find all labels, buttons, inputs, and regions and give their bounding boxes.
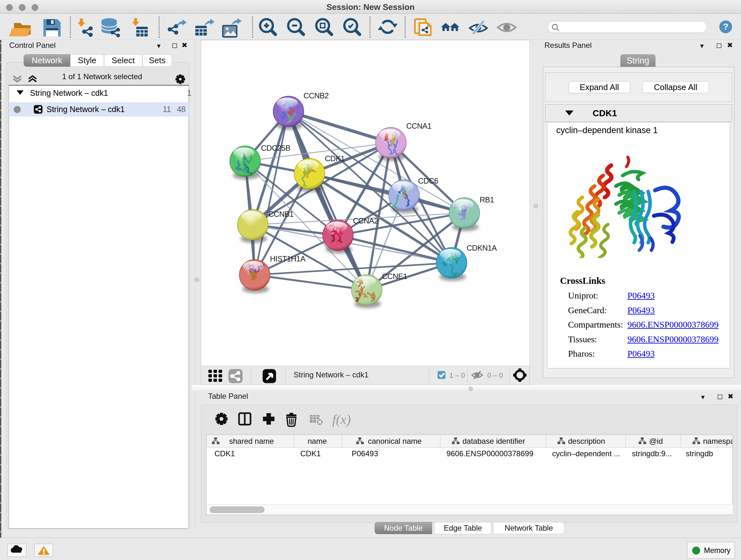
svg-text:1 – 0: 1 – 0 [449, 371, 465, 379]
svg-text:0 – 0: 0 – 0 [487, 371, 503, 379]
svg-text:CCNA1: CCNA1 [406, 122, 431, 130]
svg-text:RB1: RB1 [480, 195, 494, 204]
svg-text:CCNA2: CCNA2 [353, 216, 378, 225]
svg-text:CDC25B: CDC25B [261, 144, 290, 152]
svg-text:CCNB2: CCNB2 [304, 91, 329, 100]
svg-text:CDC6: CDC6 [418, 177, 438, 185]
svg-text:CCNE1: CCNE1 [382, 272, 407, 281]
svg-text:CCNB1: CCNB1 [268, 210, 293, 219]
svg-text:HIST1H1A: HIST1H1A [270, 254, 306, 263]
svg-text:CDK1: CDK1 [325, 154, 345, 163]
svg-text:CDKN1A: CDKN1A [467, 244, 497, 252]
svg-text:f(x): f(x) [332, 412, 351, 427]
